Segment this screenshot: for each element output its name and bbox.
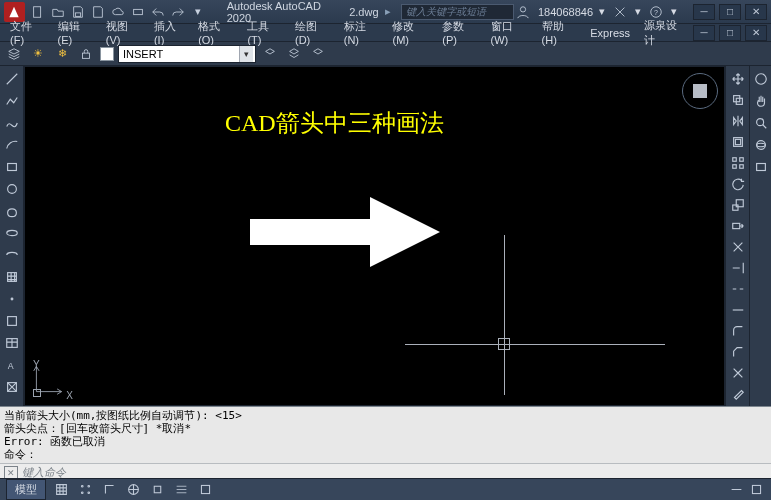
menu-modify[interactable]: 修改(M) bbox=[386, 19, 434, 46]
saveas-icon[interactable] bbox=[89, 3, 107, 21]
menu-tools[interactable]: 工具(T) bbox=[241, 19, 287, 46]
mirror-icon[interactable] bbox=[729, 112, 747, 129]
layer-prev-icon[interactable] bbox=[260, 44, 280, 64]
copy-icon[interactable] bbox=[729, 91, 747, 108]
menu-express[interactable]: Express bbox=[584, 27, 636, 39]
offset-icon[interactable] bbox=[729, 133, 747, 150]
showmotion-icon[interactable] bbox=[752, 158, 770, 176]
menu-view[interactable]: 视图(V) bbox=[100, 19, 146, 46]
pickbox bbox=[498, 338, 510, 350]
rotate-icon[interactable] bbox=[729, 175, 747, 192]
combo-dropdown-icon[interactable]: ▾ bbox=[239, 46, 253, 62]
ellipse-icon[interactable] bbox=[3, 224, 21, 242]
doc-close-button[interactable]: ✕ bbox=[745, 25, 767, 41]
layer-icon[interactable] bbox=[4, 44, 24, 64]
table-icon[interactable] bbox=[3, 334, 21, 352]
close-button[interactable]: ✕ bbox=[745, 4, 767, 20]
redo-icon[interactable] bbox=[169, 3, 187, 21]
exchange-icon[interactable] bbox=[611, 3, 629, 21]
osnap-icon[interactable] bbox=[148, 481, 166, 499]
revcloud-icon[interactable] bbox=[3, 202, 21, 220]
menu-insert[interactable]: 插入(I) bbox=[148, 19, 190, 46]
fullnav-icon[interactable] bbox=[752, 70, 770, 88]
layer-match-icon[interactable] bbox=[308, 44, 328, 64]
explode-icon[interactable] bbox=[729, 364, 747, 381]
menu-edit[interactable]: 编辑(E) bbox=[52, 19, 98, 46]
status-model-label[interactable]: 模型 bbox=[6, 479, 46, 500]
array-icon[interactable] bbox=[729, 154, 747, 171]
transparency-icon[interactable] bbox=[196, 481, 214, 499]
ortho-icon[interactable] bbox=[100, 481, 118, 499]
menu-dimension[interactable]: 标注(N) bbox=[338, 19, 385, 46]
signin-icon[interactable] bbox=[514, 3, 532, 21]
polyline-icon[interactable] bbox=[3, 92, 21, 110]
trim-icon[interactable] bbox=[729, 238, 747, 255]
doc-minimize-button[interactable]: ─ bbox=[693, 25, 715, 41]
layer-states-icon[interactable] bbox=[284, 44, 304, 64]
viewcube[interactable] bbox=[682, 73, 718, 109]
stretch-icon[interactable] bbox=[729, 217, 747, 234]
arc-icon[interactable] bbox=[3, 136, 21, 154]
break-icon[interactable] bbox=[729, 280, 747, 297]
menu-format[interactable]: 格式(O) bbox=[192, 19, 239, 46]
line-icon[interactable] bbox=[3, 70, 21, 88]
drawing-canvas[interactable]: CAD箭头中三种画法 Y X bbox=[24, 66, 725, 406]
chamfer-icon[interactable] bbox=[729, 343, 747, 360]
help-dropdown-icon[interactable]: ▾ bbox=[671, 5, 677, 18]
svg-rect-26 bbox=[736, 199, 743, 206]
menu-yuanquan[interactable]: 源泉设计 bbox=[638, 18, 691, 48]
layer-combo[interactable]: INSERT ▾ bbox=[118, 45, 256, 63]
layer-color-swatch[interactable] bbox=[100, 47, 114, 61]
snap-icon[interactable] bbox=[76, 481, 94, 499]
cleanscreen-icon[interactable] bbox=[747, 481, 765, 499]
circle-icon[interactable] bbox=[3, 180, 21, 198]
grid-icon[interactable] bbox=[52, 481, 70, 499]
orbit-icon[interactable] bbox=[752, 136, 770, 154]
ellipsearc-icon[interactable] bbox=[3, 246, 21, 264]
exchange-dropdown-icon[interactable]: ▾ bbox=[635, 5, 641, 18]
menu-draw[interactable]: 绘图(D) bbox=[289, 19, 336, 46]
cloud-icon[interactable] bbox=[109, 3, 127, 21]
point-icon[interactable] bbox=[3, 290, 21, 308]
menu-file[interactable]: 文件(F) bbox=[4, 19, 50, 46]
rectangle-icon[interactable] bbox=[3, 158, 21, 176]
mtext-icon[interactable]: A bbox=[3, 356, 21, 374]
new-icon[interactable] bbox=[29, 3, 47, 21]
block-icon[interactable] bbox=[3, 378, 21, 396]
freeze-icon[interactable]: ❄ bbox=[52, 44, 72, 64]
sun-icon[interactable]: ☀ bbox=[28, 44, 48, 64]
join-icon[interactable] bbox=[729, 301, 747, 318]
qat-dropdown-icon[interactable]: ▾ bbox=[189, 3, 207, 21]
minimize-button[interactable]: ─ bbox=[693, 4, 715, 20]
doc-maximize-button[interactable]: □ bbox=[719, 25, 741, 41]
user-dropdown-icon[interactable]: ▾ bbox=[599, 5, 605, 18]
user-id[interactable]: 184068846 bbox=[538, 6, 593, 18]
maximize-button[interactable]: □ bbox=[719, 4, 741, 20]
viewcube-face[interactable] bbox=[693, 84, 707, 98]
plot-icon[interactable] bbox=[129, 3, 147, 21]
command-history[interactable]: 当前箭头大小(mm,按图纸比例自动调节): <15> 箭头尖点：[回车改箭头尺寸… bbox=[0, 406, 771, 463]
lock-icon[interactable] bbox=[76, 44, 96, 64]
menu-window[interactable]: 窗口(W) bbox=[485, 19, 534, 46]
spline-icon[interactable] bbox=[3, 114, 21, 132]
customize-icon[interactable] bbox=[727, 481, 745, 499]
polar-icon[interactable] bbox=[124, 481, 142, 499]
svg-rect-0 bbox=[33, 6, 40, 17]
lineweight-icon[interactable] bbox=[172, 481, 190, 499]
pan-icon[interactable] bbox=[752, 92, 770, 110]
menu-help[interactable]: 帮助(H) bbox=[536, 19, 583, 46]
erase-icon[interactable] bbox=[729, 385, 747, 402]
open-icon[interactable] bbox=[49, 3, 67, 21]
save-icon[interactable] bbox=[69, 3, 87, 21]
zoom-extents-icon[interactable] bbox=[752, 114, 770, 132]
move-icon[interactable] bbox=[729, 70, 747, 87]
region-icon[interactable] bbox=[3, 312, 21, 330]
menu-parametric[interactable]: 参数(P) bbox=[436, 19, 482, 46]
hatch-icon[interactable] bbox=[3, 268, 21, 286]
svg-rect-1 bbox=[75, 12, 80, 16]
fillet-icon[interactable] bbox=[729, 322, 747, 339]
scale-icon[interactable] bbox=[729, 196, 747, 213]
help-search-input[interactable]: 键入关键字或短语 bbox=[401, 4, 514, 20]
undo-icon[interactable] bbox=[149, 3, 167, 21]
extend-icon[interactable] bbox=[729, 259, 747, 276]
